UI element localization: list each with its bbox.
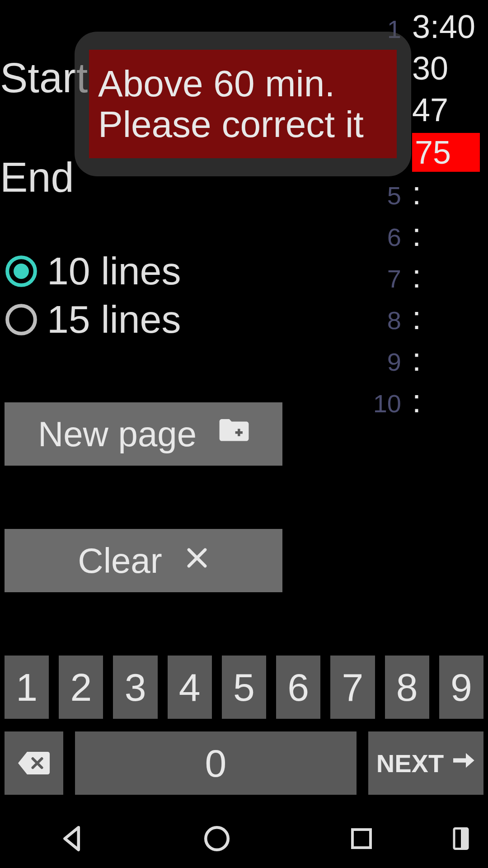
radio-15-lines[interactable]: 15 lines xyxy=(5,297,181,342)
close-icon xyxy=(185,546,209,576)
time-row: 8 : xyxy=(335,299,480,341)
time-row: 9 : xyxy=(335,341,480,382)
key-1[interactable]: 1 xyxy=(5,656,49,719)
home-icon[interactable] xyxy=(202,824,232,854)
radio-10-lines-label: 10 lines xyxy=(47,249,181,293)
time-row-value[interactable]: 47 xyxy=(412,91,480,128)
time-row: 10 : xyxy=(335,382,480,424)
time-row-value[interactable]: 3:40 xyxy=(412,8,480,45)
error-tooltip: Above 60 min. Please correct it xyxy=(75,32,411,176)
system-navigation-bar xyxy=(0,809,488,868)
key-2[interactable]: 2 xyxy=(59,656,103,719)
new-page-button-label: New page xyxy=(38,414,197,455)
numeric-keypad: 1 2 3 4 5 6 7 8 9 0 NEXT xyxy=(5,656,483,795)
time-row: 6 : xyxy=(335,216,480,258)
key-backspace[interactable] xyxy=(5,731,63,795)
svg-rect-4 xyxy=(352,830,371,848)
end-label: End xyxy=(0,154,74,201)
svg-point-1 xyxy=(14,264,29,279)
error-tooltip-line2: Please correct it xyxy=(98,104,388,145)
time-row-value[interactable]: : xyxy=(412,216,480,253)
clear-button-label: Clear xyxy=(78,540,162,581)
time-row-value[interactable]: : xyxy=(412,258,480,295)
new-folder-plus-icon xyxy=(219,419,249,449)
time-row-value[interactable]: : xyxy=(412,175,480,212)
time-row: 7 : xyxy=(335,258,480,299)
svg-point-2 xyxy=(7,306,35,334)
radio-unchecked-icon xyxy=(5,303,38,336)
svg-point-3 xyxy=(206,827,228,850)
svg-rect-6 xyxy=(455,830,461,848)
back-icon[interactable] xyxy=(57,824,87,854)
arrow-right-icon xyxy=(450,746,475,780)
key-3[interactable]: 3 xyxy=(113,656,157,719)
clear-button[interactable]: Clear xyxy=(5,529,282,592)
key-next-label: NEXT xyxy=(376,749,444,778)
radio-10-lines[interactable]: 10 lines xyxy=(5,249,181,293)
time-row-index: 5 xyxy=(372,181,401,210)
key-6[interactable]: 6 xyxy=(276,656,320,719)
time-row-index: 10 xyxy=(372,389,401,418)
time-row-value[interactable]: : xyxy=(412,341,480,378)
lines-radio-group: 10 lines 15 lines xyxy=(5,249,181,345)
time-row-value[interactable]: : xyxy=(412,382,480,420)
time-row-index: 8 xyxy=(372,306,401,335)
radio-15-lines-label: 15 lines xyxy=(47,297,181,342)
time-row: 5 : xyxy=(335,175,480,216)
time-row-value[interactable]: : xyxy=(412,299,480,336)
key-9[interactable]: 9 xyxy=(439,656,483,719)
key-5[interactable]: 5 xyxy=(222,656,266,719)
backspace-icon xyxy=(16,750,52,777)
key-next[interactable]: NEXT xyxy=(368,731,483,795)
key-0[interactable]: 0 xyxy=(75,731,357,795)
radio-checked-icon xyxy=(5,255,38,288)
time-row-index: 7 xyxy=(372,264,401,293)
key-7[interactable]: 7 xyxy=(330,656,375,719)
key-8[interactable]: 8 xyxy=(385,656,429,719)
time-row-index: 6 xyxy=(372,222,401,252)
time-row-value-error[interactable]: 75 xyxy=(412,133,480,172)
key-4[interactable]: 4 xyxy=(168,656,212,719)
split-screen-icon[interactable] xyxy=(451,825,471,852)
time-row-index: 9 xyxy=(372,347,401,377)
error-tooltip-line1: Above 60 min. xyxy=(98,63,388,104)
recent-apps-icon[interactable] xyxy=(348,825,375,852)
time-row-value[interactable]: 30 xyxy=(412,50,480,87)
new-page-button[interactable]: New page xyxy=(5,402,282,466)
error-tooltip-content: Above 60 min. Please correct it xyxy=(89,50,397,158)
